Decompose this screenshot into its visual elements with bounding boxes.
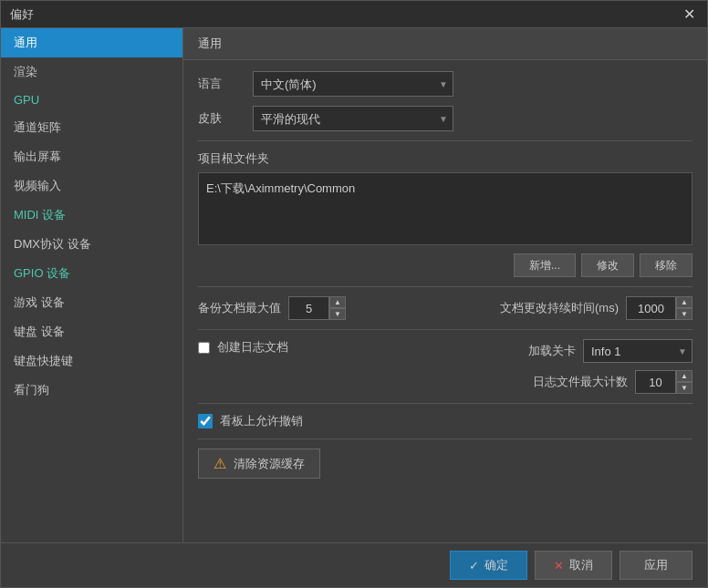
dialog-title: 偏好 — [10, 6, 34, 23]
load-card-select[interactable]: Info 1 — [583, 339, 692, 363]
doc-change-input[interactable] — [626, 296, 676, 320]
doc-change-down-btn[interactable]: ▼ — [676, 308, 692, 320]
create-log-checkbox[interactable] — [198, 342, 210, 354]
modify-button[interactable]: 修改 — [581, 253, 634, 277]
sidebar-item-game[interactable]: 游戏 设备 — [1, 288, 182, 317]
sidebar-item-render[interactable]: 渲染 — [1, 57, 182, 87]
create-log-label: 创建日志文档 — [217, 339, 288, 356]
doc-change-col: 文档更改持续时间(ms) ▲ ▼ — [500, 296, 692, 320]
apply-label: 应用 — [644, 557, 668, 573]
log-max-input[interactable] — [635, 370, 676, 394]
backup-col: 备份文档最大值 ▲ ▼ — [198, 296, 346, 320]
doc-change-spinbox: ▲ ▼ — [626, 296, 692, 320]
create-log-col: 创建日志文档 — [198, 339, 288, 356]
right-settings-col: 加载关卡 Info 1 日志文件最大计数 — [528, 339, 692, 394]
doc-change-label: 文档更改持续时间(ms) — [500, 300, 619, 316]
load-card-label: 加载关卡 — [528, 343, 576, 359]
load-card-select-wrapper: Info 1 — [583, 339, 692, 363]
clear-cache-button[interactable]: ⚠ 清除资源缓存 — [198, 449, 320, 479]
backup-max-input[interactable] — [288, 296, 329, 320]
sidebar-item-general[interactable]: 通用 — [1, 28, 182, 57]
canvas-undo-label: 看板上允许撤销 — [220, 413, 303, 429]
log-max-up-btn[interactable]: ▲ — [676, 370, 692, 382]
panel-body: 语言 中文(简体) 皮肤 平滑的现代 — [183, 60, 707, 542]
skin-select[interactable]: 平滑的现代 — [253, 106, 453, 131]
canvas-undo-row: 看板上允许撤销 — [198, 413, 692, 429]
log-max-row: 日志文件最大计数 ▲ ▼ — [528, 370, 692, 394]
cancel-label: 取消 — [569, 557, 593, 573]
sidebar-item-channel-matrix[interactable]: 通道矩阵 — [1, 113, 182, 142]
divider-1 — [198, 140, 692, 141]
divider-5 — [198, 438, 692, 439]
sidebar-item-dmx[interactable]: DMX协议 设备 — [1, 230, 182, 259]
sidebar-item-output-screen[interactable]: 输出屏幕 — [1, 142, 182, 171]
backup-spinbox: ▲ ▼ — [288, 296, 346, 320]
skin-select-wrapper: 平滑的现代 — [253, 106, 453, 131]
skin-row: 皮肤 平滑的现代 — [198, 106, 692, 131]
sidebar-item-keyboard[interactable]: 键盘 设备 — [1, 317, 182, 346]
skin-label: 皮肤 — [198, 110, 253, 127]
ok-icon: ✓ — [469, 559, 479, 573]
sidebar-item-gpu[interactable]: GPU — [1, 87, 182, 113]
log-max-spinbox: ▲ ▼ — [635, 370, 692, 394]
sidebar-item-video-input[interactable]: 视频输入 — [1, 171, 182, 201]
backup-down-btn[interactable]: ▼ — [329, 308, 346, 320]
sidebar-item-gpio[interactable]: GPIO 设备 — [1, 259, 182, 288]
clear-cache-label: 清除资源缓存 — [234, 456, 305, 472]
title-bar: 偏好 ✕ — [1, 1, 707, 28]
main-panel: 通用 语言 中文(简体) 皮肤 平滑的现代 — [183, 28, 707, 542]
canvas-undo-checkbox[interactable] — [198, 414, 213, 428]
language-label: 语言 — [198, 76, 253, 92]
project-root-textarea[interactable] — [198, 172, 692, 245]
warning-icon: ⚠ — [213, 455, 226, 472]
panel-title: 通用 — [183, 28, 707, 60]
footer: ✓ 确定 ✕ 取消 应用 — [1, 542, 707, 587]
divider-2 — [198, 286, 692, 287]
backup-doc-row: 备份文档最大值 ▲ ▼ 文档更改持续时间(ms) — [198, 296, 692, 320]
language-select[interactable]: 中文(简体) — [253, 71, 453, 97]
preferences-dialog: 偏好 ✕ 通用 渲染 GPU 通道矩阵 输出屏幕 视频输入 — [0, 0, 708, 588]
backup-up-btn[interactable]: ▲ — [329, 296, 346, 308]
ok-button[interactable]: ✓ 确定 — [450, 551, 527, 580]
divider-4 — [198, 403, 692, 404]
sidebar: 通用 渲染 GPU 通道矩阵 输出屏幕 视频输入 MIDI 设备 DMX协议 设… — [1, 28, 183, 542]
sidebar-item-watchdog[interactable]: 看门狗 — [1, 376, 182, 405]
language-row: 语言 中文(简体) — [198, 71, 692, 97]
cancel-icon: ✕ — [554, 559, 564, 573]
log-card-row: 创建日志文档 加载关卡 Info 1 日志文件最大计数 — [198, 339, 692, 394]
remove-button[interactable]: 移除 — [640, 253, 692, 277]
project-root-buttons: 新增... 修改 移除 — [198, 253, 692, 277]
backup-max-label: 备份文档最大值 — [198, 300, 281, 316]
add-button[interactable]: 新增... — [514, 253, 576, 277]
content-area: 通用 渲染 GPU 通道矩阵 输出屏幕 视频输入 MIDI 设备 DMX协议 设… — [1, 28, 707, 542]
language-select-wrapper: 中文(简体) — [253, 71, 453, 97]
apply-button[interactable]: 应用 — [620, 551, 692, 580]
sidebar-item-midi[interactable]: MIDI 设备 — [1, 201, 182, 230]
project-root-label: 项目根文件夹 — [198, 150, 692, 167]
cancel-button[interactable]: ✕ 取消 — [535, 551, 612, 580]
load-card-row: 加载关卡 Info 1 — [528, 339, 692, 363]
close-button[interactable]: ✕ — [680, 5, 698, 24]
divider-3 — [198, 329, 692, 330]
log-max-down-btn[interactable]: ▼ — [676, 382, 692, 394]
ok-label: 确定 — [484, 557, 508, 573]
sidebar-item-shortcuts[interactable]: 键盘快捷键 — [1, 346, 182, 376]
doc-change-up-btn[interactable]: ▲ — [676, 296, 692, 308]
log-max-label: 日志文件最大计数 — [533, 374, 628, 390]
